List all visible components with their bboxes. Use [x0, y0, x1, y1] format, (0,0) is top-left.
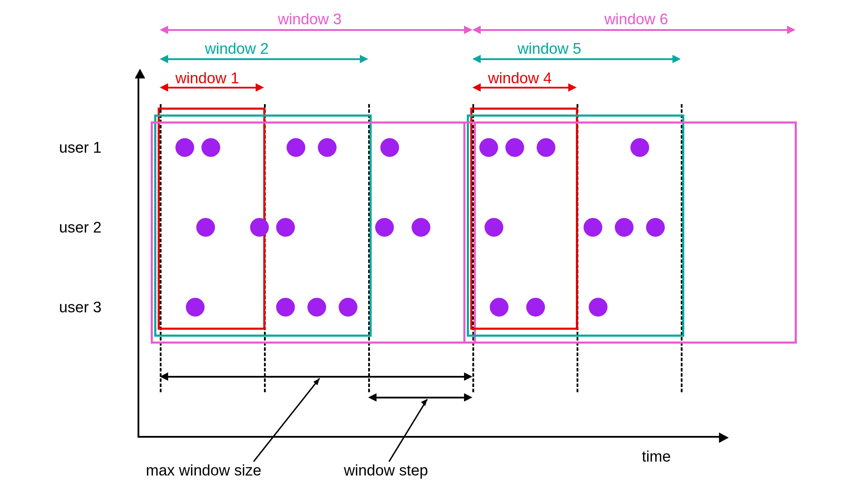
- diagram-canvas: time user 1 user 2 user 3 window 3 windo…: [0, 0, 868, 488]
- svg-marker-3: [421, 399, 427, 406]
- label-max-window-size: max window size: [146, 462, 262, 479]
- svg-line-2: [389, 399, 427, 462]
- label-window-step: window step: [344, 462, 428, 479]
